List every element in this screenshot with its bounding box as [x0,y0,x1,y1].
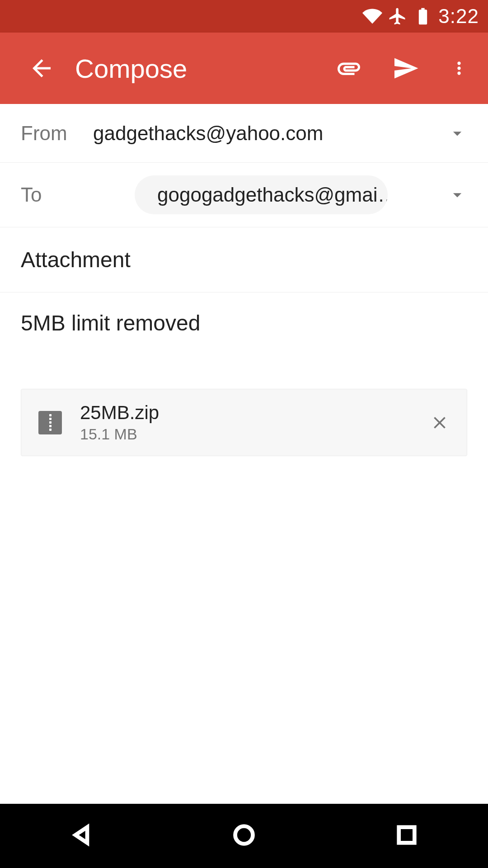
to-row[interactable]: To gogogadgethacks@gmai… [0,163,488,227]
subject-input[interactable]: Attachment [21,247,467,272]
compose-content: From gadgethacks@yahoo.com To gogogadget… [0,104,488,456]
svg-point-0 [235,826,253,844]
to-chip-container: gogogadgethacks@gmai… [84,175,438,214]
battery-icon [413,6,433,26]
app-bar: Compose [0,33,488,104]
arrow-left-icon [28,55,55,82]
back-button[interactable] [23,49,61,87]
recipient-chip[interactable]: gogogadgethacks@gmai… [135,175,388,214]
from-value: gadgethacks@yahoo.com [93,122,447,145]
subject-row[interactable]: Attachment [0,227,488,292]
body-input[interactable]: 5MB limit removed [21,311,467,335]
attach-button[interactable] [330,49,368,87]
more-button[interactable] [444,49,474,87]
nav-home-button[interactable] [232,823,256,849]
send-button[interactable] [387,49,425,87]
from-label: From [21,122,93,145]
attachment-info: 25MB.zip 15.1 MB [80,402,412,443]
status-bar: 3:22 [0,0,488,33]
zip-icon [38,411,62,434]
to-label: To [21,184,75,206]
attachment-card[interactable]: 25MB.zip 15.1 MB [21,389,467,456]
nav-recent-button[interactable] [395,823,418,849]
airplane-icon [388,6,408,26]
more-vert-icon [449,55,469,82]
page-title: Compose [75,53,315,84]
nav-back-icon [70,823,93,847]
nav-back-button[interactable] [70,823,93,849]
body-row[interactable]: 5MB limit removed [0,292,488,354]
wifi-icon [362,6,382,26]
attachment-size: 15.1 MB [80,425,412,443]
paperclip-icon [335,55,362,82]
nav-home-icon [232,823,256,847]
chevron-down-icon [447,123,467,143]
chevron-down-icon[interactable] [447,185,467,205]
from-row[interactable]: From gadgethacks@yahoo.com [0,104,488,163]
nav-bar [0,804,488,868]
close-icon[interactable] [430,413,450,433]
send-icon [392,55,419,82]
svg-rect-1 [399,827,415,843]
nav-recent-icon [395,823,418,847]
status-time: 3:22 [438,5,479,28]
attachment-name: 25MB.zip [80,402,412,424]
